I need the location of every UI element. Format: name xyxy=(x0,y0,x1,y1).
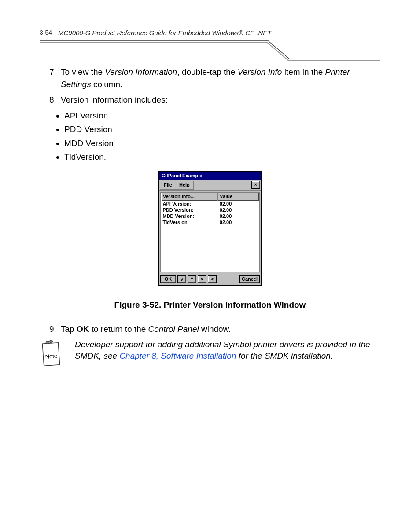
left-button[interactable]: < xyxy=(208,275,217,283)
step-9: 9. Tap OK to return to the Control Panel… xyxy=(49,323,380,335)
step-text: To view the Version Information, double-… xyxy=(61,66,380,90)
figure-caption: Figure 3-52. Printer Version Information… xyxy=(40,299,380,311)
step-number: 7. xyxy=(49,66,61,90)
table-row[interactable]: MDD Version: 02.00 xyxy=(161,213,259,220)
text-fragment: for the SMDK installation. xyxy=(236,351,333,360)
step-text: Version information includes: xyxy=(61,94,380,106)
cell-key: API Version: xyxy=(161,201,218,207)
cell-value: 02.00 xyxy=(218,213,259,220)
text-fragment: , double-tap the xyxy=(177,67,237,77)
table-header-row: Version Info... Value xyxy=(161,192,259,201)
menu-bar: File Help × xyxy=(159,180,261,191)
menu-file[interactable]: File xyxy=(160,181,176,189)
cross-reference-link[interactable]: Chapter 8, Software Installation xyxy=(119,351,236,360)
close-icon[interactable]: × xyxy=(251,181,260,189)
menu-help[interactable]: Help xyxy=(176,181,193,189)
text-fragment: item in the xyxy=(282,67,325,77)
table-row[interactable]: TldVersion 02.00 xyxy=(161,220,259,226)
button-bar: OK v ^ > < Cancel xyxy=(159,273,261,285)
list-item: TldVersion. xyxy=(64,151,380,163)
column-header[interactable]: Value xyxy=(218,192,259,201)
step-text: Tap OK to return to the Control Panel wi… xyxy=(61,323,380,335)
text-fragment: to return to the xyxy=(89,324,148,334)
list-view: Version Info... Value API Version: 02.00… xyxy=(160,192,260,272)
cell-value: 02.00 xyxy=(218,201,259,207)
cell-value: 02.00 xyxy=(218,207,259,213)
bullet-list: API Version PDD Version MDD Version TldV… xyxy=(64,110,380,163)
text-emphasis: Version Information xyxy=(105,67,177,77)
step-8: 8. Version information includes: xyxy=(49,94,380,106)
text-strong: OK xyxy=(77,324,89,334)
text-fragment: window. xyxy=(199,324,231,334)
down-button[interactable]: v xyxy=(177,275,186,283)
document-title: MC9000-G Product Reference Guide for Emb… xyxy=(58,29,271,37)
note-text: Developer support for adding additional … xyxy=(75,339,380,362)
list-item: PDD Version xyxy=(64,123,380,136)
window-title-bar: CtlPanel Example xyxy=(159,172,261,180)
svg-text:Note: Note xyxy=(45,353,57,360)
note-icon: Note xyxy=(40,337,63,370)
menu-group: File Help xyxy=(160,181,194,190)
text-emphasis: Control Panel xyxy=(148,324,199,334)
text-fragment: column. xyxy=(91,80,123,89)
list-item: API Version xyxy=(64,110,380,122)
list-item: MDD Version xyxy=(64,137,380,150)
column-header[interactable]: Version Info... xyxy=(161,192,218,201)
figure-container: CtlPanel Example File Help × Version Inf… xyxy=(40,171,380,286)
page-number: 3-54 xyxy=(40,29,52,36)
table-row[interactable]: PDD Version: 02.00 xyxy=(161,207,259,213)
note-block: Note Developer support for adding additi… xyxy=(40,339,380,370)
ok-button[interactable]: OK xyxy=(160,275,176,283)
page: 3-54 MC9000-G Product Reference Guide fo… xyxy=(0,0,420,529)
screenshot-window: CtlPanel Example File Help × Version Inf… xyxy=(158,171,262,286)
cancel-button[interactable]: Cancel xyxy=(239,275,260,283)
text-fragment: Tap xyxy=(61,324,77,334)
up-button[interactable]: ^ xyxy=(188,275,196,283)
header-rule xyxy=(40,40,380,41)
text-emphasis: Version Info xyxy=(238,67,282,77)
page-header: 3-54 MC9000-G Product Reference Guide fo… xyxy=(40,26,380,44)
content-body: 7. To view the Version Information, doub… xyxy=(40,66,380,370)
step-7: 7. To view the Version Information, doub… xyxy=(49,66,380,90)
step-number: 9. xyxy=(49,323,61,335)
cell-key: PDD Version: xyxy=(161,207,218,213)
svg-point-1 xyxy=(46,341,49,344)
cell-key: TldVersion xyxy=(161,220,218,226)
cell-value: 02.00 xyxy=(218,220,259,226)
text-fragment: To view the xyxy=(61,67,105,77)
step-number: 8. xyxy=(49,94,61,106)
svg-point-2 xyxy=(49,340,53,343)
right-button[interactable]: > xyxy=(198,275,206,283)
table-row[interactable]: API Version: 02.00 xyxy=(161,201,259,207)
cell-key: MDD Version: xyxy=(161,213,218,220)
